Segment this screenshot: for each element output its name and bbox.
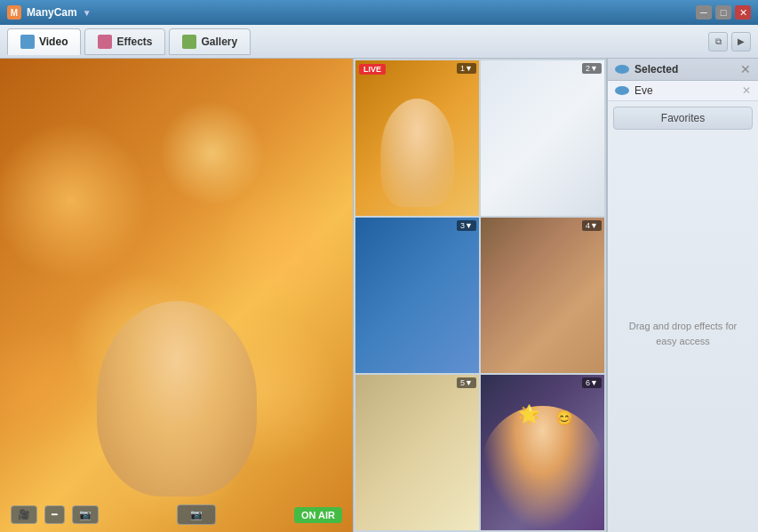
grid-cell-6[interactable]: 🌟 😊 6▼ — [481, 375, 604, 530]
selected-panel: Selected ✕ Eve ✕ Favorites Drag and drop… — [607, 59, 758, 532]
cell-num-1: 1▼ — [457, 63, 476, 74]
grid-bg-5 — [355, 375, 479, 530]
gallery-tab-icon — [182, 35, 196, 49]
grid-bg-2 — [481, 60, 604, 216]
cell-num-2: 2▼ — [582, 63, 602, 74]
cell-num-3: 3▼ — [457, 220, 476, 231]
selected-item-eye-icon — [615, 86, 629, 95]
titlebar-controls[interactable]: ─ □ ✕ — [696, 5, 751, 20]
grid-bg-3 — [355, 218, 479, 373]
effects-tab-icon — [98, 35, 112, 49]
selected-header: Selected ✕ — [608, 59, 758, 81]
grid-cell-3[interactable]: 3▼ — [355, 218, 479, 373]
live-badge: LIVE — [359, 64, 386, 75]
snapshot-button[interactable]: 📷 — [177, 504, 216, 525]
video-person — [97, 301, 257, 496]
main-video-preview: 🎥 ━ 📷 📷 ON AIR — [0, 59, 353, 532]
selected-item-eve-label: Eve — [634, 84, 737, 97]
tab-video[interactable]: Video — [7, 28, 81, 55]
camera-icon: 🎥 — [18, 509, 30, 520]
app-title: ManyCam — [27, 6, 77, 19]
selected-item-eve: Eve ✕ — [608, 81, 758, 101]
grid-cell-4[interactable]: 4▼ — [481, 218, 604, 373]
drag-drop-hint: Drag and drop effects for easy access — [608, 135, 758, 532]
photo-icon: 📷 — [79, 509, 92, 520]
titlebar-left: M ManyCam ▼ — [7, 5, 92, 20]
cell-num-5: 5▼ — [457, 377, 476, 388]
favorites-section: Favorites — [613, 107, 753, 130]
video-tab-label: Video — [39, 36, 68, 48]
effects-tab-label: Effects — [116, 36, 152, 48]
main-toolbar: Video Effects Gallery ⧉ ▶ — [0, 25, 758, 59]
source-icon: ━ — [52, 509, 58, 520]
cell-num-6: 6▼ — [582, 377, 602, 388]
cell-num-4: 4▼ — [582, 220, 602, 231]
titlebar: M ManyCam ▼ ─ □ ✕ — [0, 0, 758, 25]
app-icon: M — [7, 5, 21, 20]
video-source-button[interactable]: ━ — [44, 505, 65, 524]
gallery-tab-label: Gallery — [201, 36, 237, 48]
title-dropdown[interactable]: ▼ — [83, 8, 92, 18]
eye-icon — [615, 65, 629, 74]
arrow-button[interactable]: ▶ — [731, 32, 751, 52]
toolbar-right-buttons: ⧉ ▶ — [708, 32, 751, 52]
video-tab-icon — [20, 35, 35, 49]
grid-cell-2[interactable]: 2▼ — [481, 60, 604, 216]
minimize-button[interactable]: ─ — [696, 5, 712, 20]
close-button[interactable]: ✕ — [735, 5, 751, 20]
tab-gallery[interactable]: Gallery — [169, 28, 251, 55]
video-grid: LIVE 1▼ 2▼ 3▼ 4▼ 5▼ — [353, 59, 607, 532]
grid-bg-4 — [481, 218, 604, 373]
tab-effects[interactable]: Effects — [84, 28, 165, 55]
selected-label: Selected — [634, 63, 735, 75]
selected-close-button[interactable]: ✕ — [740, 62, 751, 76]
restore-button[interactable]: ⧉ — [708, 32, 728, 52]
grid-bg-6: 🌟 😊 — [481, 375, 604, 530]
camera-button[interactable]: 🎥 — [11, 505, 37, 524]
grid-person-1 — [380, 99, 454, 208]
video-controls: 🎥 ━ 📷 📷 ON AIR — [0, 504, 353, 525]
grid-cell-1[interactable]: LIVE 1▼ — [355, 60, 479, 216]
grid-cell-5[interactable]: 5▼ — [355, 375, 479, 530]
onair-badge: ON AIR — [294, 507, 342, 523]
maximize-button[interactable]: □ — [715, 5, 731, 20]
content-area: 🎥 ━ 📷 📷 ON AIR LIVE 1▼ 2▼ — [0, 59, 758, 532]
snapshot-icon-btn[interactable]: 📷 — [72, 505, 99, 524]
favorites-button[interactable]: Favorites — [613, 107, 753, 130]
selected-item-close-button[interactable]: ✕ — [742, 84, 751, 97]
